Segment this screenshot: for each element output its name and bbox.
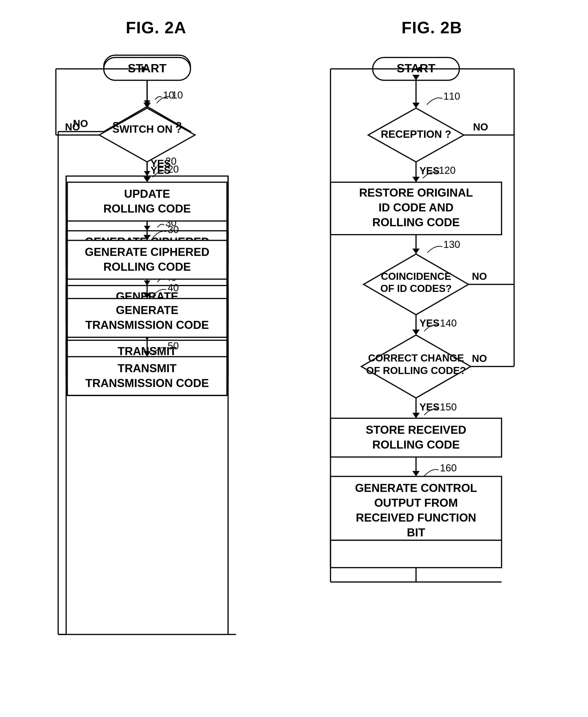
figure-2a: FIG. 2A START 10 SWITCH ON ? NO	[18, 14, 294, 703]
svg-text:NO: NO	[472, 353, 487, 364]
svg-text:140: 140	[440, 317, 457, 329]
svg-marker-108	[412, 249, 420, 254]
svg-marker-117	[412, 330, 420, 335]
svg-text:ID CODE AND: ID CODE AND	[378, 201, 454, 214]
svg-marker-79	[144, 351, 151, 357]
fig2a-clean: START 10 SWITCH ON ? NO	[31, 50, 282, 712]
svg-marker-67	[144, 235, 151, 240]
svg-marker-100	[412, 177, 420, 182]
svg-text:50: 50	[168, 340, 179, 352]
svg-marker-90	[412, 103, 420, 108]
svg-text:NO: NO	[473, 121, 488, 132]
svg-rect-141	[331, 540, 502, 568]
svg-text:OF ID CODES?: OF ID CODES?	[380, 283, 451, 294]
svg-text:20: 20	[168, 164, 179, 175]
svg-text:COINCIDENCE: COINCIDENCE	[381, 271, 451, 282]
svg-text:SWITCH ON ?: SWITCH ON ?	[112, 123, 182, 135]
svg-text:RECEPTION ?: RECEPTION ?	[381, 128, 451, 140]
svg-text:RECEIVED FUNCTION: RECEIVED FUNCTION	[356, 511, 476, 524]
svg-marker-127	[412, 413, 420, 418]
svg-marker-57	[144, 177, 151, 182]
svg-text:160: 160	[440, 462, 457, 473]
svg-text:BIT: BIT	[407, 526, 425, 539]
svg-text:UPDATE: UPDATE	[124, 187, 170, 200]
figure-2b: FIG. 2B START 110 RECEPTION ? NO	[294, 14, 570, 703]
svg-text:CORRECT CHANGE: CORRECT CHANGE	[368, 352, 464, 363]
svg-text:GENERATE: GENERATE	[115, 304, 178, 317]
svg-text:ROLLING CODE: ROLLING CODE	[372, 216, 460, 229]
svg-text:RESTORE ORIGINAL: RESTORE ORIGINAL	[359, 186, 473, 199]
svg-marker-47	[144, 103, 151, 108]
svg-text:NO: NO	[65, 121, 80, 132]
svg-text:TRANSMISSION CODE: TRANSMISSION CODE	[85, 377, 209, 389]
svg-marker-134	[412, 471, 420, 477]
svg-text:STORE RECEIVED: STORE RECEIVED	[365, 423, 466, 436]
svg-text:ROLLING CODE: ROLLING CODE	[103, 202, 191, 215]
svg-text:30: 30	[168, 224, 179, 235]
page: FIG. 2A START 10 SWITCH ON ? NO	[0, 0, 588, 717]
fig2b-title: FIG. 2B	[401, 18, 462, 37]
svg-marker-73	[144, 293, 151, 298]
svg-text:TRANSMISSION CODE: TRANSMISSION CODE	[85, 319, 209, 331]
svg-text:YES: YES	[419, 165, 440, 176]
svg-text:OUTPUT FROM: OUTPUT FROM	[374, 497, 458, 509]
svg-text:START: START	[128, 62, 167, 75]
svg-text:110: 110	[443, 90, 460, 102]
svg-text:NO: NO	[472, 271, 487, 282]
svg-text:10: 10	[172, 89, 183, 101]
svg-text:TRANSMIT: TRANSMIT	[118, 362, 176, 375]
svg-text:120: 120	[439, 165, 456, 176]
svg-text:OF ROLLING CODE?: OF ROLLING CODE?	[366, 365, 466, 376]
svg-text:GENERATE CONTROL: GENERATE CONTROL	[355, 482, 477, 494]
svg-text:40: 40	[168, 282, 179, 293]
svg-text:ROLLING CODE: ROLLING CODE	[103, 260, 191, 273]
svg-text:GENERATE CIPHERED: GENERATE CIPHERED	[85, 246, 209, 258]
figures-row: FIG. 2A START 10 SWITCH ON ? NO	[18, 14, 570, 703]
fig2a-title: FIG. 2A	[126, 18, 186, 37]
svg-text:START: START	[397, 62, 436, 75]
svg-text:130: 130	[443, 239, 460, 250]
svg-marker-49	[99, 108, 195, 162]
svg-text:ROLLING CODE: ROLLING CODE	[372, 438, 460, 451]
fig2b-flowchart: START 110 RECEPTION ? NO YES	[295, 50, 569, 717]
svg-text:150: 150	[440, 401, 457, 413]
